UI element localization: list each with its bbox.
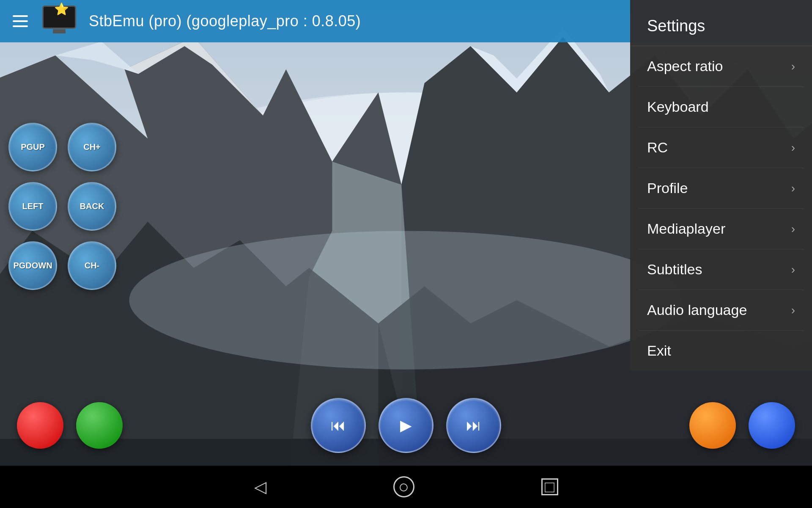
- settings-menu: Settings Aspect ratio › Keyboard RC › Pr…: [630, 0, 812, 371]
- pgdown-button[interactable]: PGDOWN: [8, 241, 57, 290]
- bottom-controls: ⏮ ▶ ⏭: [0, 398, 812, 453]
- control-row-1: PGUP CH+: [8, 123, 116, 171]
- aspect-ratio-chevron: ›: [791, 60, 795, 73]
- red-button[interactable]: [17, 402, 63, 449]
- menu-item-aspect-ratio[interactable]: Aspect ratio ›: [630, 46, 812, 86]
- play-icon: ▶: [400, 417, 412, 434]
- menu-item-exit[interactable]: Exit: [630, 331, 812, 371]
- menu-item-audio-language[interactable]: Audio language ›: [630, 290, 812, 330]
- back-button[interactable]: BACK: [68, 182, 116, 231]
- back-nav-button[interactable]: ◁: [254, 478, 266, 496]
- rewind-button[interactable]: ⏮: [311, 398, 366, 453]
- menu-item-keyboard[interactable]: Keyboard: [630, 87, 812, 127]
- app-logo: ⭐: [42, 6, 80, 37]
- settings-header: Settings: [630, 4, 812, 46]
- home-nav-button[interactable]: ○: [393, 476, 414, 497]
- rc-label: RC: [647, 139, 668, 156]
- rewind-icon: ⏮: [331, 417, 346, 434]
- play-button[interactable]: ▶: [379, 398, 433, 453]
- menu-item-subtitles[interactable]: Subtitles ›: [630, 249, 812, 290]
- orange-button[interactable]: [689, 402, 736, 449]
- left-color-buttons: [17, 402, 123, 449]
- menu-item-rc[interactable]: RC ›: [630, 127, 812, 168]
- control-row-2: LEFT BACK: [8, 182, 116, 231]
- profile-label: Profile: [647, 180, 688, 196]
- hamburger-line-2: [13, 20, 28, 22]
- menu-item-profile[interactable]: Profile ›: [630, 168, 812, 208]
- keyboard-label: Keyboard: [647, 99, 709, 115]
- audio-language-label: Audio language: [647, 302, 747, 318]
- left-button[interactable]: LEFT: [8, 182, 57, 231]
- rc-chevron: ›: [791, 141, 795, 155]
- exit-label: Exit: [647, 342, 671, 359]
- media-center-buttons: ⏮ ▶ ⏭: [311, 398, 501, 453]
- aspect-ratio-label: Aspect ratio: [647, 58, 723, 75]
- hamburger-line-3: [13, 25, 28, 27]
- fast-forward-icon: ⏭: [466, 417, 481, 434]
- profile-chevron: ›: [791, 182, 795, 195]
- recent-nav-button[interactable]: □: [541, 478, 558, 495]
- menu-item-mediaplayer[interactable]: Mediaplayer ›: [630, 209, 812, 249]
- blue-button[interactable]: [749, 402, 795, 449]
- right-color-buttons: [689, 402, 795, 449]
- ch-plus-button[interactable]: CH+: [68, 123, 116, 171]
- hamburger-line-1: [13, 15, 28, 17]
- app-title: StbEmu (pro) (googleplay_pro : 0.8.05): [89, 12, 361, 30]
- subtitles-chevron: ›: [791, 263, 795, 276]
- svg-point-13: [129, 231, 683, 369]
- mediaplayer-chevron: ›: [791, 222, 795, 236]
- star-icon: ⭐: [54, 2, 69, 16]
- control-row-3: PGDOWN CH-: [8, 241, 116, 290]
- subtitles-label: Subtitles: [647, 261, 702, 278]
- fast-forward-button[interactable]: ⏭: [446, 398, 501, 453]
- hamburger-menu[interactable]: [13, 11, 34, 32]
- pgup-button[interactable]: PGUP: [8, 123, 57, 171]
- android-nav-bar: ◁ ○ □: [0, 466, 812, 508]
- ch-minus-button[interactable]: CH-: [68, 241, 116, 290]
- audio-language-chevron: ›: [791, 304, 795, 317]
- green-button[interactable]: [76, 402, 123, 449]
- mediaplayer-label: Mediaplayer: [647, 221, 725, 237]
